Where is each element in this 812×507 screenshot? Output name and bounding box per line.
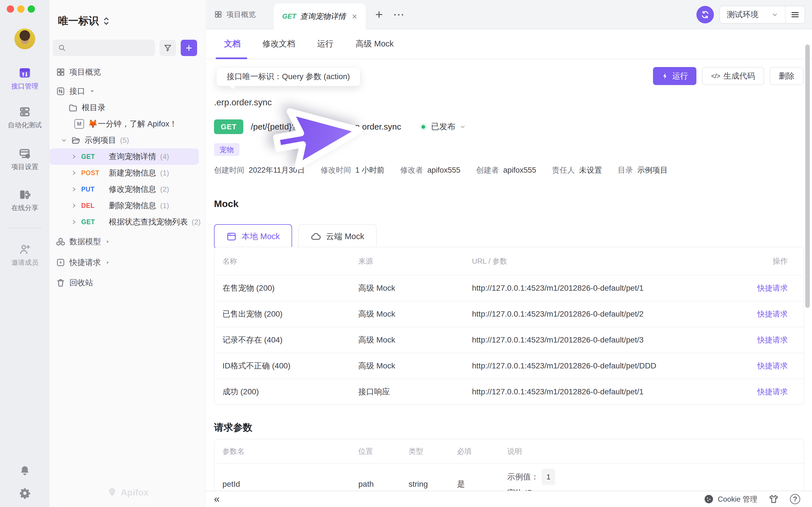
cookie-icon: [704, 494, 714, 504]
item-label: 🦊一分钟，了解 Apifox！: [88, 119, 177, 129]
tab-run[interactable]: 运行: [317, 29, 334, 59]
vertical-scrollbar-thumb[interactable]: [805, 45, 810, 308]
tree-folder-sample-project[interactable]: 示例项目 (5): [50, 132, 199, 149]
automated-testing-icon: [18, 106, 31, 118]
environment-menu-button[interactable]: [785, 6, 805, 23]
local-mock-button[interactable]: 本地 Mock: [214, 224, 292, 249]
param-location: path: [358, 480, 409, 489]
rail-item-api-management[interactable]: 接口管理: [11, 67, 38, 90]
tree-doc-intro[interactable]: M 🦊一分钟，了解 Apifox！: [50, 116, 199, 132]
sidebar-search[interactable]: [53, 40, 155, 56]
project-title: 唯一标识: [58, 14, 99, 28]
tab-advanced-mock[interactable]: 高级 Mock: [356, 29, 394, 59]
apifox-window: 接口管理 自动化测试 项目设置 在线分享 邀请成员: [0, 0, 812, 507]
api-tree: 项目概览 接口 根目录 M 🦊: [50, 64, 206, 291]
tree-folder-root[interactable]: 根目录: [50, 100, 199, 116]
chevron-right-icon: [71, 203, 77, 209]
tree-api-get-find-by-status[interactable]: GET 根据状态查找宠物列表 (2): [50, 214, 199, 230]
help-button[interactable]: ?: [790, 494, 800, 504]
rail-item-invite-members[interactable]: 邀请成员: [11, 243, 38, 266]
cloud-mock-button[interactable]: 云端 Mock: [298, 224, 376, 249]
table-row: petId path string 是 示例值：1 宠物 ID: [214, 463, 804, 491]
close-window-button[interactable]: [7, 5, 14, 13]
chevron-right-icon: [71, 219, 77, 225]
search-input[interactable]: [70, 43, 150, 53]
cookie-manager-button[interactable]: Cookie 管理: [704, 494, 757, 504]
sidebar-section-apis[interactable]: 接口: [50, 83, 199, 100]
filter-button[interactable]: [160, 40, 176, 56]
tab-docs[interactable]: 文档: [224, 29, 241, 59]
rail-item-automated-testing[interactable]: 自动化测试: [8, 106, 42, 129]
tree-api-del-delete-pet[interactable]: DEL 删除宠物信息 (1): [50, 198, 199, 214]
grid-icon: [56, 67, 65, 77]
tree-api-get-pet-detail[interactable]: GET 查询宠物详情 (4): [50, 149, 199, 165]
meta-owner: 责任人未设置: [552, 165, 602, 175]
endpoint-document: 接口唯一标识：Query 参数 (action) .erp.order.sync…: [206, 60, 812, 491]
new-tab-button[interactable]: +: [375, 8, 383, 21]
mock-name: 在售宠物 (200): [222, 283, 358, 293]
param-description: 示例值：1 宠物 ID: [507, 464, 788, 491]
item-label: 查询宠物详情: [109, 151, 156, 162]
http-method: GET: [81, 153, 105, 161]
environment-selector[interactable]: 测试环境: [720, 6, 785, 23]
user-avatar[interactable]: [14, 29, 35, 49]
close-tab-icon[interactable]: ×: [352, 11, 357, 22]
generate-code-button[interactable]: </> 生成代码: [702, 67, 764, 85]
rail-item-project-settings[interactable]: 项目设置: [11, 147, 38, 170]
chevron-down-icon: [460, 124, 466, 130]
invite-members-icon: [18, 243, 31, 256]
environment-group: 测试环境: [719, 6, 805, 24]
endpoint-tabs: 文档 修改文档 运行 高级 Mock: [206, 29, 812, 59]
quick-request-link[interactable]: 快捷请求: [723, 387, 788, 397]
tree-api-post-create-pet[interactable]: POST 新建宠物信息 (1): [50, 165, 199, 181]
item-count: (5): [120, 136, 129, 145]
minimize-window-button[interactable]: [17, 5, 24, 13]
api-management-icon: [18, 67, 31, 79]
example-label: 示例值：: [507, 472, 539, 481]
run-button[interactable]: 运行: [653, 67, 696, 85]
mock-source: 高级 Mock: [358, 335, 472, 345]
add-new-button[interactable]: +: [181, 40, 197, 56]
tab-label: 修改文档: [262, 38, 295, 50]
tree-api-put-update-pet[interactable]: PUT 修改宠物信息 (2): [50, 181, 199, 198]
main-area: 项目概览 GET 查询宠物详情 × + ⋯ 测试环境: [206, 0, 812, 507]
tab-label: 项目概览: [226, 10, 256, 19]
collapse-sidebar-button[interactable]: «: [214, 494, 220, 504]
sidebar-section-quick-request[interactable]: 快捷请求: [50, 255, 199, 271]
mock-source: 接口响应: [358, 386, 472, 397]
project-switcher[interactable]: 唯一标识: [58, 14, 206, 28]
table-row: 在售宠物 (200) 高级 Mock http://127.0.0.1:4523…: [214, 275, 804, 301]
app-settings-gear-icon[interactable]: [19, 487, 31, 499]
tab-edit-docs[interactable]: 修改文档: [262, 29, 295, 59]
mock-url: http://127.0.0.1:4523/m1/2012826-0-defau…: [472, 309, 723, 319]
section-caret-right-icon: [105, 239, 110, 244]
item-count: (4): [160, 152, 169, 161]
tab-get-pet-detail[interactable]: GET 查询宠物详情 ×: [274, 3, 366, 29]
tag-pill[interactable]: 宠物: [214, 143, 239, 156]
mock-heading: Mock: [214, 198, 239, 209]
project-settings-icon: [18, 147, 31, 160]
zoom-window-button[interactable]: [28, 5, 35, 13]
more-tabs-button[interactable]: ⋯: [393, 9, 405, 20]
notifications-bell-icon[interactable]: [19, 465, 31, 476]
online-share-icon: [18, 188, 31, 201]
sidebar-section-recycle-bin[interactable]: 回收站: [50, 275, 199, 291]
sync-button[interactable]: [696, 6, 714, 23]
sidebar-section-data-models[interactable]: 数据模型: [50, 233, 199, 250]
sidebar-item-project-overview[interactable]: 项目概览: [50, 64, 199, 80]
quick-request-link[interactable]: 快捷请求: [723, 309, 788, 319]
rail-item-online-share[interactable]: 在线分享: [11, 188, 38, 212]
plus-icon: +: [186, 42, 192, 54]
tab-label: 运行: [317, 38, 334, 50]
project-sidebar: 唯一标识 + 项目概览: [50, 0, 206, 507]
quick-request-link[interactable]: 快捷请求: [723, 361, 788, 371]
publish-status-dropdown[interactable]: 已发布: [420, 121, 466, 132]
apifox-watermark: Apifox: [50, 487, 206, 498]
delete-button[interactable]: 删除: [770, 67, 804, 85]
mock-source: 高级 Mock: [358, 283, 472, 293]
quick-request-link[interactable]: 快捷请求: [723, 335, 788, 345]
quick-request-link[interactable]: 快捷请求: [723, 283, 788, 293]
theme-tshirt-button[interactable]: [769, 494, 779, 504]
tab-project-overview[interactable]: 项目概览: [214, 10, 256, 19]
trash-icon: [56, 278, 65, 288]
